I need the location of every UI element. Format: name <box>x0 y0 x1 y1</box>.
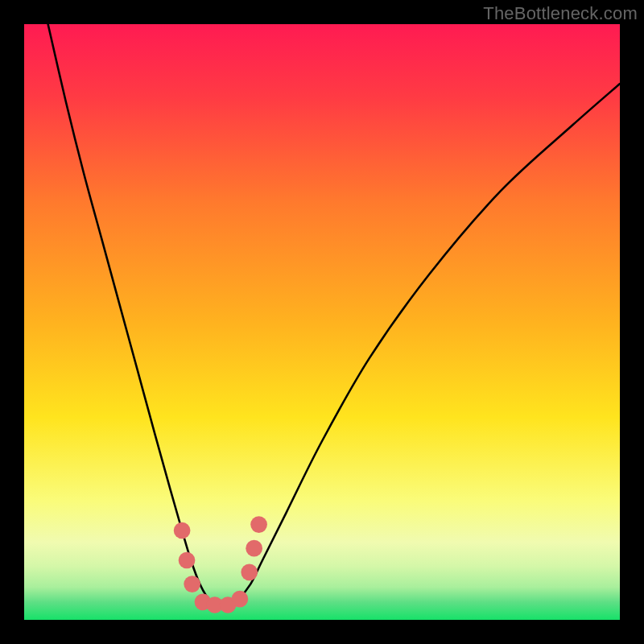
plot-area <box>24 24 620 620</box>
watermark-text: TheBottleneck.com <box>483 3 638 24</box>
highlight-point <box>179 552 196 569</box>
highlight-point <box>241 564 258 580</box>
highlight-point <box>250 516 267 533</box>
highlight-point <box>174 522 191 539</box>
highlight-point <box>184 576 200 592</box>
highlight-markers <box>174 516 267 613</box>
highlight-point <box>246 540 262 557</box>
bottleneck-curve <box>48 24 620 605</box>
curve-layer <box>24 24 620 620</box>
highlight-point <box>232 591 249 608</box>
chart-frame: TheBottleneck.com <box>0 0 644 644</box>
